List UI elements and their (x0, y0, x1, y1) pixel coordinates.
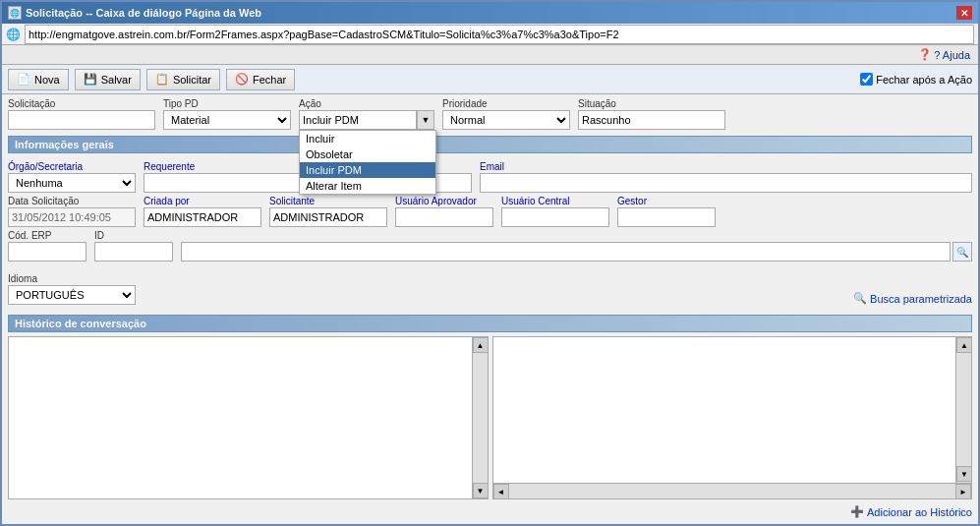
acao-dropdown: Incluir Obsoletar Incluir PDM Alterar It… (299, 130, 436, 195)
situacao-input[interactable] (578, 110, 725, 130)
id-label: ID (94, 230, 173, 241)
solicitante-field: Solicitante (269, 196, 387, 227)
orgao-label: Órgão/Secretaria (8, 161, 136, 172)
historico-section: Histórico de conversação ▲ ▼ ▲ ▼ (8, 313, 972, 520)
solicitante-label: Solicitante (269, 196, 387, 206)
id-extra-input[interactable] (181, 242, 951, 262)
window-close-button[interactable]: ✕ (956, 6, 972, 20)
email-field: Email (480, 161, 972, 193)
idioma-section: Idioma PORTUGUÊS 🔍 Busca parametrizada (8, 269, 972, 309)
email-label: Email (480, 161, 972, 172)
gestor-input[interactable] (617, 207, 716, 227)
salvar-icon: 💾 (84, 73, 97, 86)
data-solicitacao-label: Data Solicitação (8, 196, 136, 206)
salvar-label: Salvar (101, 74, 132, 86)
solicitante-input[interactable] (269, 207, 387, 227)
id-extra-field: 🔍 (181, 230, 972, 262)
busca-parametrizada-link[interactable]: 🔍 Busca parametrizada (853, 292, 972, 305)
salvar-button[interactable]: 💾 Salvar (75, 69, 141, 90)
data-solicitacao-field: Data Solicitação (8, 196, 136, 227)
busca-label: Busca parametrizada (870, 293, 972, 305)
scroll-left-btn[interactable]: ◄ (493, 484, 509, 499)
scroll-up-right-btn[interactable]: ▲ (956, 337, 972, 353)
fechar-apos-label[interactable]: Fechar após a Ação (860, 73, 972, 86)
acao-input[interactable] (299, 110, 417, 130)
usuario-aprovador-input[interactable] (395, 207, 493, 227)
idioma-select[interactable]: PORTUGUÊS (8, 285, 136, 305)
fechar-icon: 🚫 (235, 73, 249, 86)
address-input[interactable] (25, 25, 974, 44)
cod-erp-row: Cód. ERP ID 🔍 (8, 230, 972, 262)
historico-left-panel: ▲ ▼ (8, 336, 489, 499)
dropdown-item-obsoletar[interactable]: Obsoletar (300, 146, 435, 162)
dropdown-item-incluir-pdm[interactable]: Incluir PDM (300, 162, 435, 178)
help-link[interactable]: ❓ ? Ajuda (918, 48, 970, 61)
window-icon: 🌐 (8, 6, 22, 20)
scroll-up-btn[interactable]: ▲ (473, 337, 489, 353)
usuario-aprovador-field: Usuário Aprovador (395, 196, 493, 227)
dropdown-item-incluir[interactable]: Incluir (300, 131, 435, 146)
gestor-field: Gestor (617, 196, 716, 227)
historico-left-scrollbar-v[interactable]: ▲ ▼ (472, 337, 488, 498)
tipo-pd-field: Tipo PD Material (163, 98, 291, 130)
adicionar-label: Adicionar ao Histórico (867, 506, 972, 518)
adicionar-icon: ➕ (850, 505, 864, 518)
nova-button[interactable]: 📄 Nova (8, 69, 69, 90)
solicitar-icon: 📋 (155, 73, 169, 86)
id-browse-button[interactable]: 🔍 (952, 242, 972, 262)
idioma-field: Idioma PORTUGUÊS (8, 273, 136, 305)
cod-erp-input[interactable] (8, 242, 86, 262)
historico-body: ▲ ▼ ▲ ▼ ◄ ► (8, 332, 972, 503)
cod-erp-label: Cód. ERP (8, 230, 86, 241)
id-field: ID (94, 230, 173, 262)
acao-field: Ação ▼ Incluir Obsoletar Incluir PDM Alt… (299, 98, 434, 130)
criada-por-input[interactable] (144, 207, 261, 227)
idioma-row: Idioma PORTUGUÊS 🔍 Busca parametrizada (8, 273, 972, 305)
fechar-apos-checkbox[interactable] (860, 73, 873, 86)
tipo-pd-label: Tipo PD (163, 98, 291, 109)
acao-label: Ação (299, 98, 434, 109)
toolbar-left: 📄 Nova 💾 Salvar 📋 Solicitar 🚫 Fechar (8, 69, 295, 90)
solicitacao-input[interactable] (8, 110, 155, 130)
fechar-button[interactable]: 🚫 Fechar (226, 69, 295, 90)
idioma-label: Idioma (8, 273, 136, 284)
titlebar: 🌐 Solicitação -- Caixa de diálogo Página… (2, 2, 978, 24)
prioridade-select[interactable]: Normal (442, 110, 570, 130)
window-title: Solicitação -- Caixa de diálogo Página d… (26, 7, 261, 19)
id-input[interactable] (94, 242, 173, 262)
situacao-label: Situação (578, 98, 725, 109)
usuario-central-input[interactable] (501, 207, 609, 227)
helpbar: ❓ ? Ajuda (2, 45, 978, 65)
fechar-label: Fechar (253, 74, 286, 86)
orgao-row: Órgão/Secretaria Nenhuma Requerente Emai… (8, 161, 972, 193)
historico-header: Histórico de conversação (8, 315, 972, 332)
scroll-down-right-btn[interactable]: ▼ (956, 466, 972, 482)
top-form-row: Solicitação Tipo PD Material Ação ▼ Incl… (8, 98, 972, 130)
criada-por-label: Criada por (144, 196, 261, 206)
titlebar-left: 🌐 Solicitação -- Caixa de diálogo Página… (8, 6, 261, 20)
help-label: ? Ajuda (934, 49, 970, 61)
orgao-field: Órgão/Secretaria Nenhuma (8, 161, 136, 193)
historico-title: Histórico de conversação (15, 318, 146, 329)
historico-right-scrollbar-v[interactable]: ▲ ▼ (955, 337, 971, 498)
nova-label: Nova (34, 74, 60, 86)
historico-right-scrollbar-h[interactable]: ◄ ► (493, 483, 972, 498)
addressbar: 🌐 (2, 24, 978, 45)
solicitar-button[interactable]: 📋 Solicitar (146, 69, 220, 90)
scroll-down-btn[interactable]: ▼ (473, 483, 489, 498)
email-input[interactable] (480, 173, 972, 193)
prioridade-field: Prioridade Normal (442, 98, 570, 130)
data-solicitacao-input (8, 207, 136, 227)
id-extra-label (181, 230, 972, 241)
main-window: 🌐 Solicitação -- Caixa de diálogo Página… (0, 0, 980, 526)
scroll-right-btn[interactable]: ► (955, 484, 971, 499)
dropdown-item-alterar-item[interactable]: Alterar Item (300, 178, 435, 194)
solicitacao-field: Solicitação (8, 98, 155, 130)
orgao-select[interactable]: Nenhuma (8, 173, 136, 193)
toolbar: 📄 Nova 💾 Salvar 📋 Solicitar 🚫 Fechar Fec… (2, 65, 978, 94)
informacoes-title: Informações gerais (15, 139, 114, 150)
acao-dropdown-button[interactable]: ▼ (417, 110, 434, 130)
tipo-pd-select[interactable]: Material (163, 110, 291, 130)
gestor-label: Gestor (617, 196, 716, 206)
adicionar-historico-link[interactable]: ➕ Adicionar ao Histórico (850, 503, 972, 520)
